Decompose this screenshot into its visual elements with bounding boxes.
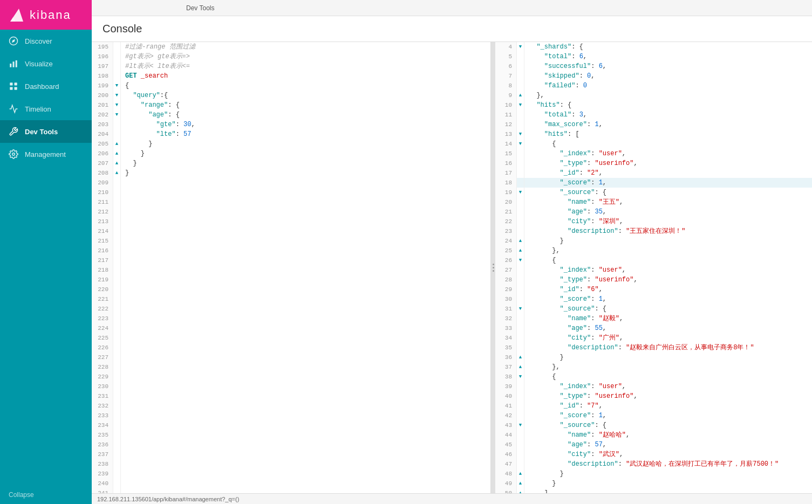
sidebar-item-visualize[interactable]: Visualize [0, 52, 92, 75]
line-number: 6 [495, 61, 517, 71]
svg-rect-10 [15, 87, 17, 90]
fold-gutter [517, 343, 524, 353]
line-content [121, 275, 490, 285]
line-content: } [524, 353, 812, 362]
fold-gutter[interactable]: ▲ [517, 353, 524, 362]
fold-gutter[interactable]: ▼ [113, 81, 121, 91]
editor-line: 210 [92, 188, 490, 197]
line-number: 31 [495, 304, 517, 314]
svg-rect-6 [16, 60, 17, 67]
line-number: 195 [92, 42, 113, 52]
line-content: { [524, 372, 812, 382]
fold-gutter[interactable]: ▼ [517, 139, 524, 149]
compass-icon [9, 36, 18, 46]
fold-gutter[interactable]: ▲ [113, 139, 121, 149]
wrench-icon [9, 127, 18, 136]
line-number: 237 [92, 450, 113, 459]
line-content: "_type": "userinfo", [524, 391, 812, 401]
output-line: 47 "description": "武汉赵哈哈，在深圳打工已有半年了，月薪75… [495, 459, 812, 469]
line-content [121, 488, 490, 493]
line-number: 21 [495, 207, 517, 217]
fold-gutter [113, 459, 121, 469]
fold-gutter[interactable]: ▼ [113, 91, 121, 100]
fold-gutter[interactable]: ▲ [113, 168, 121, 178]
line-number: 32 [495, 314, 517, 323]
fold-gutter[interactable]: ▼ [517, 420, 524, 430]
output-line: 26▼ { [495, 256, 812, 265]
fold-gutter[interactable]: ▲ [517, 479, 524, 488]
line-number: 231 [92, 391, 113, 401]
fold-gutter[interactable]: ▲ [517, 488, 524, 493]
fold-gutter [517, 401, 524, 411]
fold-gutter[interactable]: ▼ [517, 100, 524, 110]
fold-gutter[interactable]: ▲ [113, 149, 121, 158]
fold-gutter [113, 488, 121, 493]
output-line: 20 "name": "王五", [495, 197, 812, 207]
sidebar-item-management[interactable]: Management [0, 143, 92, 165]
editor-line: 199▼{ [92, 81, 490, 91]
fold-gutter [113, 362, 121, 372]
fold-gutter[interactable]: ▼ [517, 372, 524, 382]
output-line: 50▲ ] [495, 488, 812, 493]
output-line: 15 "_index": "user", [495, 149, 812, 158]
output-line: 7 "skipped": 0, [495, 71, 812, 81]
kibana-logo-icon [8, 6, 25, 24]
fold-gutter[interactable]: ▲ [517, 469, 524, 479]
sidebar-item-timelion[interactable]: Timelion [0, 98, 92, 120]
fold-gutter[interactable]: ▼ [517, 304, 524, 314]
svg-rect-9 [10, 87, 12, 90]
fold-gutter [113, 343, 121, 353]
sidebar-item-visualize-label: Visualize [25, 60, 53, 68]
sidebar-item-dashboard[interactable]: Dashboard [0, 75, 92, 98]
fold-gutter[interactable]: ▲ [517, 91, 524, 100]
fold-gutter[interactable]: ▲ [517, 246, 524, 256]
line-content: "_id": "2", [524, 168, 812, 178]
fold-gutter[interactable]: ▼ [517, 129, 524, 139]
editor-line: 217 [92, 256, 490, 265]
fold-gutter[interactable]: ▲ [517, 362, 524, 372]
svg-rect-7 [10, 82, 12, 85]
line-content: "age": 55, [524, 323, 812, 333]
output-line: 31▼ "_source": { [495, 304, 812, 314]
panel-divider[interactable] [491, 42, 495, 493]
fold-gutter [113, 129, 121, 139]
line-content [121, 314, 490, 323]
fold-gutter [517, 459, 524, 469]
fold-gutter [113, 188, 121, 197]
topbar-title: Dev Tools [186, 4, 214, 12]
line-number: 43 [495, 420, 517, 430]
fold-gutter [113, 275, 121, 285]
output-line: 36▲ } [495, 353, 812, 362]
output-code-area[interactable]: 4▼ "_shards": {5 "total": 6,6 "successfu… [495, 42, 812, 493]
line-number: 213 [92, 217, 113, 226]
sidebar-item-devtools[interactable]: Dev Tools [0, 120, 92, 143]
collapse-button[interactable]: Collapse [0, 486, 92, 504]
output-line: 30 "_score": 1, [495, 294, 812, 304]
fold-gutter[interactable]: ▼ [113, 110, 121, 120]
logo[interactable]: kibana [0, 0, 92, 30]
line-number: 5 [495, 52, 517, 61]
divider-dots [493, 264, 494, 272]
fold-gutter[interactable]: ▲ [113, 158, 121, 168]
fold-gutter[interactable]: ▼ [113, 100, 121, 110]
editor-line: 234 [92, 420, 490, 430]
fold-gutter[interactable]: ▼ [517, 42, 524, 52]
line-content [121, 450, 490, 459]
line-number: 17 [495, 168, 517, 178]
output-line: 41 "_id": "7", [495, 401, 812, 411]
editor-line: 211 [92, 197, 490, 207]
fold-gutter[interactable]: ▼ [517, 256, 524, 265]
sidebar-item-discover[interactable]: Discover [0, 30, 92, 52]
editor-line: 214 [92, 226, 490, 236]
fold-gutter[interactable]: ▼ [517, 188, 524, 197]
line-content [121, 372, 490, 382]
line-number: 203 [92, 120, 113, 129]
editor-code-area[interactable]: 195#过滤-range 范围过滤196#gt表示> gte表示=>197#lt… [92, 42, 490, 493]
fold-gutter[interactable]: ▲ [517, 236, 524, 246]
line-number: 202 [92, 110, 113, 120]
line-number: 238 [92, 459, 113, 469]
output-line: 27 "_index": "user", [495, 265, 812, 275]
editor-line: 197#lt表示< lte表示<= [92, 61, 490, 71]
line-number: 199 [92, 81, 113, 91]
output-line: 6 "successful": 6, [495, 61, 812, 71]
